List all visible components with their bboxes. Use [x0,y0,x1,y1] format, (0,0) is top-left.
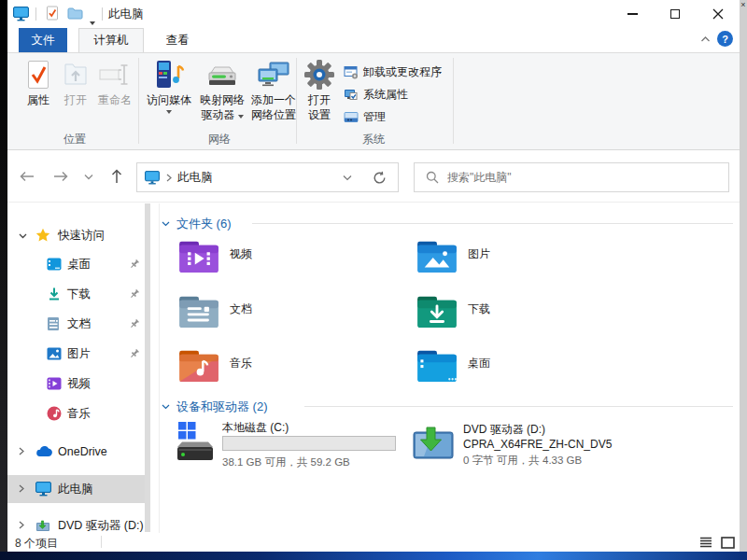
titlebar-separator [102,7,103,21]
group-label-network: 网络 [190,132,249,147]
folder-tile-desktop[interactable]: 桌面 [416,348,649,391]
open-settings-button[interactable]: 打开 设置 [302,57,337,122]
tab-file[interactable]: 文件 [19,28,67,52]
sidebar-item-pictures[interactable]: 图片 [7,340,148,368]
folder-label: 下载 [468,301,490,337]
minimize-button[interactable] [611,0,654,28]
address-breadcrumb[interactable]: 此电脑 [136,162,399,192]
sidebar-item-label: 快速访问 [58,228,105,244]
chevron-right-icon[interactable] [19,483,28,496]
uninstall-label: 卸载或更改程序 [363,64,442,80]
folder-tile-downloads[interactable]: 下载 [416,294,649,337]
drive-caption: 38.1 GB 可用，共 59.2 GB [222,455,350,469]
address-dropdown-icon[interactable] [343,175,352,181]
add-network-location-button[interactable]: 添加一个 网络位置 [250,57,297,122]
item-count: 8 个项目 [15,536,58,552]
back-icon[interactable] [15,164,39,189]
tab-computer[interactable]: 计算机 [78,28,144,52]
pin-icon [129,348,140,359]
sidebar-item-label: 下载 [67,287,91,302]
map-drive-label-line2: 驱动器 [201,108,234,121]
folder-tile-music[interactable]: 音乐 [177,348,411,391]
maximize-button[interactable] [654,0,697,28]
large-icons-view-icon[interactable] [717,534,738,551]
pin-icon [129,288,140,300]
up-icon[interactable] [105,164,129,189]
folder-label: 桌面 [468,356,490,391]
collapse-ribbon-icon[interactable] [700,35,711,43]
folder-tile-videos[interactable]: 视频 [177,239,411,282]
status-divider [101,536,102,548]
status-bar: 8 个项目 [7,533,740,552]
breadcrumb-item[interactable]: 此电脑 [177,170,213,186]
sidebar-item-downloads[interactable]: 下载 [7,280,148,308]
documents-folder-icon [177,294,220,337]
pictures-folder-icon [416,239,458,282]
open-button: 打开 [58,57,93,107]
videos-folder-icon [177,239,220,282]
access-media-button[interactable]: 访问媒体 [144,57,194,114]
access-media-dropdown-icon [166,110,172,114]
section-header-folders[interactable]: 文件夹 (6) [162,216,232,232]
forward-icon[interactable] [49,164,73,189]
manage-label: 管理 [363,109,386,125]
close-button[interactable] [697,0,740,28]
map-network-drive-button[interactable]: 映射网络 驱动器 [196,57,248,122]
properties-button[interactable]: 属性 [21,57,56,107]
ribbon-group-divider [138,58,139,144]
disk-usage-bar [222,436,396,451]
sidebar-item-label: 图片 [67,346,91,362]
sidebar-item-documents[interactable]: 文档 [7,310,148,338]
sidebar-item-label: 此电脑 [58,482,93,497]
sidebar-item-videos[interactable]: 视频 [7,370,148,398]
tab-view[interactable]: 查看 [153,28,202,52]
details-view-icon[interactable] [696,534,716,551]
folder-tile-pictures[interactable]: 图片 [416,239,649,282]
rename-button: 重命名 [93,57,136,107]
open-icon [63,57,89,92]
system-properties-icon [344,88,359,102]
downloads-icon [47,287,62,301]
folder-tile-documents[interactable]: 文档 [177,294,411,337]
group-label-location: 位置 [45,132,105,147]
section-title: 文件夹 (6) [176,216,232,232]
chevron-down-icon[interactable] [19,229,28,242]
manage-button[interactable]: 管理 [344,107,386,126]
refresh-icon[interactable] [373,171,387,185]
sidebar-scrollbar[interactable] [145,203,150,532]
sidebar-item-this-pc[interactable]: 此电脑 [7,475,148,503]
chevron-right-icon[interactable] [19,445,28,458]
documents-icon [47,316,60,331]
system-properties-button[interactable]: 系统属性 [344,85,408,104]
section-header-drives[interactable]: 设备和驱动器 (2) [162,399,268,415]
system-properties-label: 系统属性 [363,87,408,103]
ribbon-group-divider [453,58,454,144]
chevron-right-icon[interactable] [19,519,28,532]
chevron-down-icon [162,221,170,227]
desktop-icon [47,258,62,271]
recent-locations-icon[interactable] [77,164,101,189]
sidebar-item-quick-access[interactable]: 快速访问 [7,221,148,249]
pane-splitter[interactable] [159,203,160,533]
drive-name: DVD 驱动器 (D:) [463,422,545,438]
section-rule [252,223,733,224]
sidebar-item-desktop[interactable]: 桌面 [7,250,148,278]
sidebar-item-music[interactable]: 音乐 [7,399,148,427]
drive-volume-label: CPRA_X64FRE_ZH-CN_DV5 [463,438,612,451]
quick-access-new-folder-icon[interactable] [67,7,83,20]
pictures-icon [47,347,62,360]
navigation-pane: 快速访问 桌面 下载 文档 图片 [7,203,154,533]
search-input[interactable] [447,171,728,184]
background-window-close-glyph: × [740,0,745,9]
folder-label: 视频 [230,246,252,282]
group-label-system: 系统 [344,132,403,147]
uninstall-button[interactable]: 卸载或更改程序 [344,63,442,81]
music-folder-icon [177,348,220,391]
help-icon[interactable]: ? [717,31,733,47]
this-pc-icon [35,482,51,497]
uninstall-icon [344,65,359,79]
add-network-location-icon [257,57,290,92]
folder-label: 图片 [468,246,490,282]
quick-access-properties-icon[interactable] [45,6,60,21]
sidebar-item-onedrive[interactable]: OneDrive [7,438,148,466]
